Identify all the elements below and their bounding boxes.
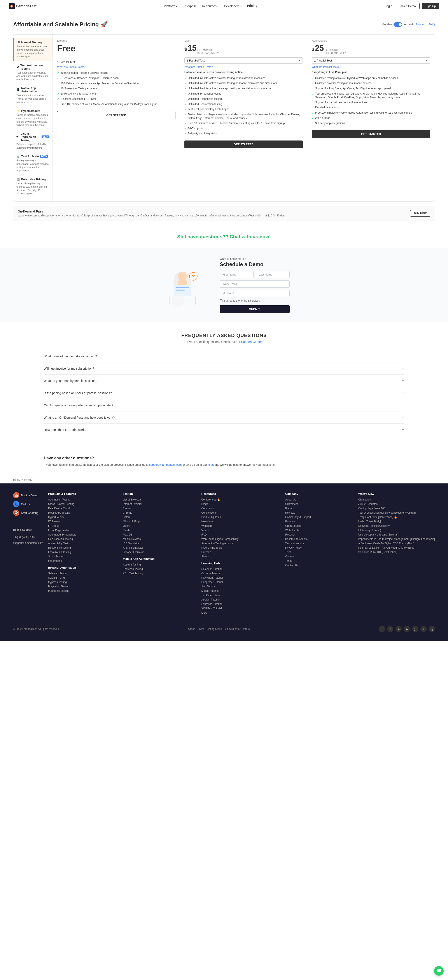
nav-pricing[interactable]: Pricing bbox=[247, 4, 257, 8]
faq-item-6[interactable]: How does the FREE trial work? + bbox=[44, 424, 404, 436]
footer: 📅 Book a Demo 📞 Call us 💬 Start Chatting… bbox=[0, 484, 448, 641]
footer-call-us[interactable]: 📞 Call us bbox=[13, 501, 44, 507]
social-googleplus[interactable]: g+ bbox=[412, 626, 418, 632]
plan-col-real-device: Real Device $ 25 PER MONTHBILLED ANNUALL… bbox=[307, 35, 435, 201]
signup-button[interactable]: Sign Up bbox=[422, 3, 439, 9]
breadcrumb-home[interactable]: Home bbox=[13, 478, 20, 481]
plan-real-what-are-link[interactable]: What are Parallel Tests? bbox=[312, 65, 430, 68]
feature-item: ✓Free 100 minutes of Web + Mobile Automa… bbox=[312, 111, 430, 115]
faq-item-5[interactable]: What is an On-Demand Pass and how does i… bbox=[44, 411, 404, 424]
faq-item-2[interactable]: What do you mean by parallel session? + bbox=[44, 375, 404, 387]
support-center-link[interactable]: Support Center. bbox=[241, 340, 262, 344]
feature-item: ✓Test on latest and legacy real iOS and … bbox=[312, 92, 430, 99]
social-telegram[interactable]: tg bbox=[429, 626, 435, 632]
plan-live-features: ✓Unlimited live interactive browser test… bbox=[184, 76, 303, 136]
feature-item: ✓10 Screenshot Tests per month bbox=[57, 87, 175, 91]
faq-expand-icon-3[interactable]: + bbox=[402, 390, 404, 395]
pricing-section: Affordable and Scalable Pricing 🚀 Monthl… bbox=[0, 12, 448, 221]
faq-item-3[interactable]: Is the pricing based on users or paralle… bbox=[44, 387, 404, 399]
feature-item: ✓60 mins/month Realtime Browser Testing bbox=[57, 71, 175, 75]
live-get-started-button[interactable]: GET STARTED bbox=[184, 140, 303, 148]
mobile-input[interactable] bbox=[219, 290, 290, 297]
breadcrumb-current: Pricing bbox=[24, 478, 32, 481]
feature-item: ✓Unlimited Responsive testing bbox=[184, 97, 303, 101]
faq-item-0[interactable]: What forms of payment do you accept? + bbox=[44, 350, 404, 363]
nav-developers[interactable]: Developers ▾ bbox=[224, 5, 242, 8]
social-reddit[interactable]: r bbox=[421, 626, 427, 632]
plan-col-live: Live $ 15 PER MONTHBILLED ANNUALLY 1 Par… bbox=[180, 35, 307, 201]
social-youtube[interactable]: ▶ bbox=[404, 626, 410, 632]
feature-item: ✓3rd party app integrations bbox=[312, 121, 430, 126]
footer-cols: Products & Features Automation Testing C… bbox=[48, 492, 435, 616]
faq-expand-icon-6[interactable]: + bbox=[402, 427, 404, 432]
annual-label: Annual bbox=[404, 23, 413, 26]
plan-live-parallel-select[interactable]: 1 Parallel Test bbox=[184, 57, 303, 64]
social-twitter[interactable]: t bbox=[387, 626, 393, 632]
footer-phone: +1-(866)-430-7087 bbox=[13, 536, 44, 539]
plan-real-parallel-select[interactable]: 1 Parallel Test bbox=[312, 57, 430, 64]
plan-free-what-are-link[interactable]: What are Parallel Tests? bbox=[57, 65, 175, 68]
login-button[interactable]: Login bbox=[385, 5, 392, 8]
footer-copyright: © 2022 LambdaTest. All rights reserved bbox=[13, 627, 59, 630]
feature-item: ✓Test locally or privately hosted apps bbox=[184, 107, 303, 111]
svg-rect-6 bbox=[176, 287, 189, 288]
faq-item-4[interactable]: Can I upgrade or downgrade my subscripti… bbox=[44, 399, 404, 411]
real-get-started-button[interactable]: GET STARTED bbox=[312, 130, 430, 138]
faq-expand-icon-1[interactable]: + bbox=[402, 366, 404, 371]
support-email-link[interactable]: support@lambdatest.com bbox=[149, 463, 181, 466]
social-linkedin[interactable]: in bbox=[396, 626, 402, 632]
chat-cta-text[interactable]: Chat with us now! bbox=[230, 234, 271, 239]
feature-item: ✓24x7 support bbox=[312, 116, 430, 120]
last-name-input[interactable] bbox=[256, 271, 290, 278]
sidebar-item-enterprise[interactable]: 🏢 Enterprise Pricing Unlock Enterprise o… bbox=[13, 175, 52, 198]
agree-label: I agree to the terms & services bbox=[224, 299, 260, 302]
first-name-input[interactable] bbox=[219, 271, 254, 278]
feature-item: ✓100 lifetime minutes for Native App Tes… bbox=[57, 82, 175, 86]
sidebar-item-manual[interactable]: 🖥 Manual Testing Manual live interactive… bbox=[13, 38, 52, 61]
nav-resources[interactable]: Resources ▾ bbox=[202, 5, 219, 8]
demo-illustration bbox=[158, 263, 207, 307]
plan-live-section-title: Unlimited manual cross browser testing o… bbox=[184, 71, 303, 74]
in-app-chat-link[interactable]: chat bbox=[208, 463, 214, 466]
billing-toggle[interactable] bbox=[394, 22, 402, 27]
nav-enterprise[interactable]: Enterprise bbox=[183, 5, 197, 8]
faq-item-1[interactable]: Will I get invoice for my subscription? … bbox=[44, 363, 404, 375]
social-facebook[interactable]: f bbox=[379, 626, 385, 632]
free-get-started-button[interactable]: GET STARTED bbox=[57, 111, 175, 119]
sidebar-item-native-app[interactable]: 📱 Native App Automation Test automation … bbox=[13, 84, 52, 107]
sidebar-item-web-automation[interactable]: ⚙ Web Automation Testing Test automation… bbox=[13, 61, 52, 84]
plan-col-free: Lifetime Free 1 Parallel Test What are P… bbox=[53, 35, 180, 201]
faq-expand-icon-5[interactable]: + bbox=[402, 415, 404, 420]
demo-section: Want to know more? Schedule a Demo I agr… bbox=[0, 248, 448, 322]
email-input[interactable] bbox=[219, 280, 290, 288]
footer-book-demo[interactable]: 📅 Book a Demo bbox=[13, 492, 44, 498]
book-demo-button[interactable]: Book A Demo bbox=[395, 3, 419, 9]
faq-expand-icon-0[interactable]: + bbox=[402, 354, 404, 359]
footer-col-products: Products & Features Automation Testing C… bbox=[48, 492, 76, 616]
feature-item: ✓Unlimited live interactive native app t… bbox=[184, 87, 303, 91]
footer-bottom: © 2022 LambdaTest. All rights reserved C… bbox=[13, 622, 435, 632]
sidebar-item-visual-regression[interactable]: 👁 Visual Regression Testing BETA Deliver… bbox=[13, 129, 52, 152]
faq-expand-icon-2[interactable]: + bbox=[402, 378, 404, 383]
nav-platform[interactable]: Platform ▾ bbox=[164, 5, 177, 8]
sidebar-item-hyperexecute[interactable]: ⚡ HyperExecute Lightning fast test autom… bbox=[13, 107, 52, 130]
mobile-row bbox=[219, 290, 290, 297]
logo[interactable]: LambdaTest bbox=[9, 3, 37, 9]
footer-col-whats-new: What's New Changelog July '22 Updates Co… bbox=[358, 492, 435, 616]
footer-help-support-label: Help & Support bbox=[13, 528, 44, 531]
plan-real-section-title: Everything in Live Plan, plus bbox=[312, 71, 430, 74]
footer-col-test-on: Test on List of Browsers Internet Explor… bbox=[123, 492, 155, 616]
sidebar-item-test-at-scale[interactable]: 🔬 Test At Scale BETA Entirely new way to… bbox=[13, 152, 52, 175]
footer-col-resources: Resources Conferences 🔥 Blogs Community … bbox=[202, 492, 239, 616]
pricing-header: Affordable and Scalable Pricing 🚀 Monthl… bbox=[13, 21, 435, 28]
plan-live-what-are-link[interactable]: What are Parallel Tests? bbox=[184, 65, 303, 68]
email-row bbox=[219, 280, 290, 288]
footer-start-chatting[interactable]: 💬 Start Chatting bbox=[13, 510, 44, 516]
buy-now-button[interactable]: BUY NOW bbox=[410, 210, 430, 217]
feature-item: ✓3rd party app integrations bbox=[184, 132, 303, 136]
submit-button[interactable]: SUBMIT bbox=[219, 305, 290, 313]
faq-expand-icon-4[interactable]: + bbox=[402, 402, 404, 408]
agree-checkbox[interactable] bbox=[219, 299, 222, 302]
footer-email[interactable]: support@lambdatest.com bbox=[13, 541, 44, 544]
svg-point-1 bbox=[11, 5, 13, 7]
